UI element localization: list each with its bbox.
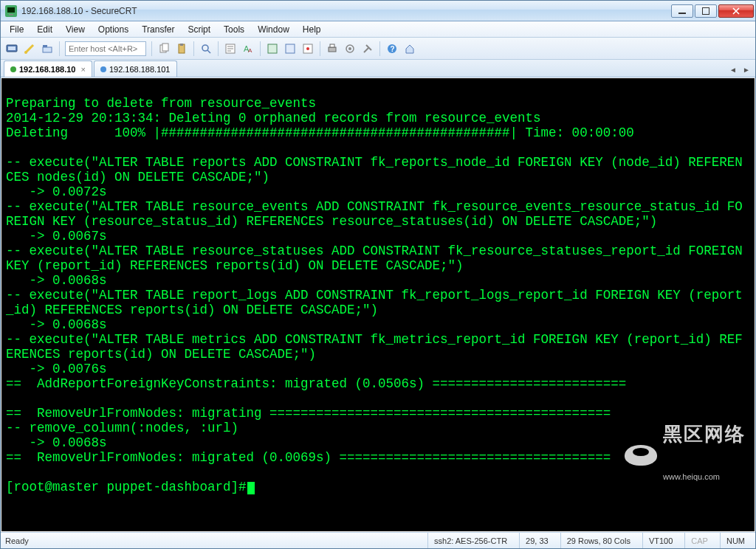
menu-view[interactable]: View [60,23,91,36]
print-icon[interactable] [324,41,340,57]
minimize-button[interactable] [671,4,693,18]
svg-rect-4 [703,7,709,14]
close-button[interactable] [718,4,754,18]
status-connection: ssh2: AES-256-CTR [427,533,513,548]
copy-icon[interactable] [156,41,172,57]
menubar: File Edit View Options Transfer Script T… [1,21,755,38]
svg-point-14 [202,45,208,51]
watermark: 黑区网络 www.heiqu.com [625,397,746,514]
status-cursor: 29, 33 [519,533,554,548]
quick-connect-icon[interactable] [21,41,38,57]
terminal-frame: Preparing to delete from resource_events… [1,77,755,532]
help-icon[interactable]: ? [384,41,400,57]
maximize-button[interactable] [695,4,717,18]
svg-rect-3 [678,13,686,14]
status-size: 29 Rows, 80 Cols [560,533,636,548]
check-icon [10,66,16,72]
host-input[interactable] [65,41,146,56]
menu-options[interactable]: Options [92,23,134,36]
menu-file[interactable]: File [4,23,30,36]
menu-help[interactable]: Help [297,23,327,36]
svg-rect-1 [7,7,15,13]
svg-rect-6 [8,46,16,50]
properties-icon[interactable] [222,41,238,57]
script3-icon[interactable] [300,41,316,57]
status-term: VT100 [642,533,678,548]
tab-label: 192.168.188.101 [109,65,171,74]
svg-rect-19 [286,44,295,53]
tab-prev-icon[interactable]: ◄ [727,63,739,75]
svg-rect-2 [9,14,13,15]
svg-rect-9 [43,45,47,47]
window-title: 192.168.188.10 - SecureCRT [21,6,671,16]
font-icon[interactable]: AA [240,41,256,57]
tools-icon[interactable] [360,41,376,57]
status-caps: CAP [684,533,714,548]
status-ready: Ready [5,536,29,545]
tab-active[interactable]: 192.168.188.10 × [4,61,92,77]
titlebar: 192.168.188.10 - SecureCRT [1,1,755,21]
watermark-icon [625,445,657,466]
svg-point-21 [306,47,309,50]
menu-transfer[interactable]: Transfer [136,23,180,36]
terminal[interactable]: Preparing to delete from resource_events… [1,78,755,531]
svg-rect-8 [43,47,52,52]
svg-rect-18 [268,44,277,53]
menu-script[interactable]: Script [182,23,216,36]
find-icon[interactable] [198,41,214,57]
menu-edit[interactable]: Edit [31,23,58,36]
terminal-prompt: [root@master puppet-dashboard]# [6,480,247,494]
svg-point-7 [24,51,27,54]
tab-inactive[interactable]: 192.168.188.101 [94,61,177,77]
status-num: NUM [720,533,751,548]
connect-icon[interactable] [4,41,20,57]
watermark-text: 黑区网络 [663,427,746,441]
app-icon [5,5,17,17]
connect-tab-icon[interactable] [39,41,55,57]
svg-rect-11 [162,44,168,51]
script1-icon[interactable] [264,41,281,57]
svg-text:?: ? [391,45,395,53]
tab-close-icon[interactable]: × [80,65,85,74]
tabbar: 192.168.188.10 × 192.168.188.101 ◄ ► [1,60,755,77]
info-icon [100,66,106,72]
home-icon[interactable] [402,41,418,57]
menu-tools[interactable]: Tools [218,23,250,36]
paste-icon[interactable] [173,41,190,57]
terminal-output: Preparing to delete from resource_events… [6,96,750,465]
script2-icon[interactable] [282,41,298,57]
menu-window[interactable]: Window [252,23,295,36]
tab-label: 192.168.188.10 [19,65,75,74]
cursor [247,482,255,494]
svg-text:A: A [248,47,252,54]
statusbar: Ready ssh2: AES-256-CTR 29, 33 29 Rows, … [1,532,755,548]
tab-next-icon[interactable]: ► [740,63,752,75]
svg-rect-13 [180,44,183,46]
toolbar: AA ? [1,38,755,60]
svg-rect-23 [330,44,334,47]
svg-rect-22 [329,47,336,52]
watermark-url: www.heiqu.com [663,469,746,484]
svg-point-25 [348,47,351,50]
settings-icon[interactable] [342,41,358,57]
